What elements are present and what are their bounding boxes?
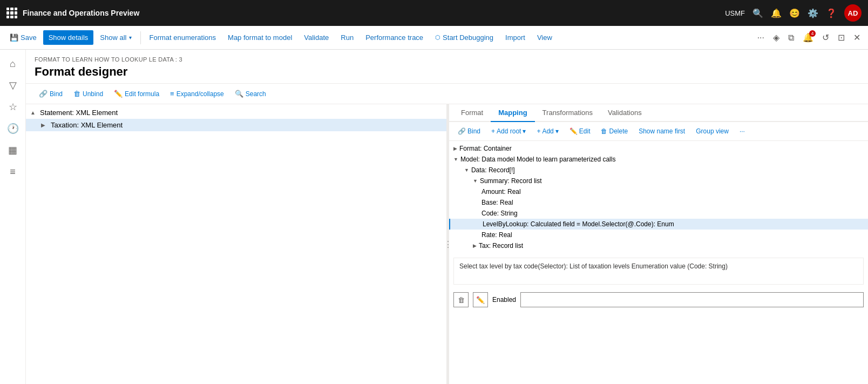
avatar[interactable]: AD xyxy=(844,4,862,22)
enabled-row: 🗑 ✏️ Enabled xyxy=(449,289,868,311)
show-name-first-button[interactable]: Show name first xyxy=(634,125,689,137)
tree-tax[interactable]: ▶ Tax: Record list xyxy=(449,240,868,251)
undock-button[interactable]: ⊡ xyxy=(835,29,848,46)
mapping-bind-button[interactable]: 🔗 Bind xyxy=(453,125,485,137)
start-debugging-button[interactable]: ⬡ Start Debugging xyxy=(430,30,499,45)
show-all-button[interactable]: Show all ▾ xyxy=(94,30,137,45)
tree-item-statement[interactable]: ▲ Statement: XML Element xyxy=(26,106,446,119)
data-tree: ▶ Format: Container ▼ Model: Data model … xyxy=(449,141,868,253)
save-icon: 💾 xyxy=(10,33,18,42)
refresh-button[interactable]: ↺ xyxy=(819,29,832,46)
show-details-button[interactable]: Show details xyxy=(43,30,94,45)
edit-icon: ✏️ xyxy=(569,127,578,135)
tab-mapping[interactable]: Mapping xyxy=(491,104,534,122)
tab-validations[interactable]: Validations xyxy=(600,104,649,122)
delete-button[interactable]: 🗑 Delete xyxy=(596,125,632,137)
add-button[interactable]: + Add ▾ xyxy=(532,125,562,137)
bind-button[interactable]: 🔗 Bind xyxy=(35,87,67,100)
ellipsis-button[interactable]: ··· xyxy=(754,30,768,46)
right-pane: Format Mapping Transformations Validatio… xyxy=(449,104,868,384)
link-icon: 🔗 xyxy=(458,127,466,135)
trash-icon: 🗑 xyxy=(601,127,607,135)
chevron-down-icon: ▾ xyxy=(129,35,132,41)
edit-formula-button[interactable]: ✏️ Edit formula xyxy=(110,87,164,100)
split-pane: ▲ Statement: XML Element ▶ Taxation: XML… xyxy=(26,104,868,384)
settings-icon[interactable]: ⚙️ xyxy=(808,8,818,18)
chevron-icon: ▾ xyxy=(523,127,526,135)
search-button[interactable]: 🔍 Search xyxy=(230,87,270,100)
top-bar: Finance and Operations Preview USMF 🔍 🔔 … xyxy=(0,0,868,26)
list-icon[interactable]: ≡ xyxy=(3,162,23,181)
plus-icon: + xyxy=(491,127,495,135)
edit-button[interactable]: ✏️ Edit xyxy=(565,125,595,137)
tree-level-by-lookup[interactable]: LevelByLookup: Calculated field = Model.… xyxy=(449,219,868,230)
home-icon[interactable]: ⌂ xyxy=(3,54,23,73)
badge-button[interactable]: 🔔4 xyxy=(799,29,817,46)
collapse-icon: ▲ xyxy=(30,110,38,116)
map-format-to-model-button[interactable]: Map format to model xyxy=(222,30,297,45)
mapping-toolbar: 🔗 Bind + Add root ▾ + Add ▾ ✏️ xyxy=(449,122,868,141)
page-header: FORMAT TO LEARN HOW TO LOOKUP LE DATA : … xyxy=(26,50,868,84)
tree-data-record[interactable]: ▼ Data: Record[!] xyxy=(449,165,868,176)
tab-transformations[interactable]: Transformations xyxy=(535,104,600,122)
format-enumerations-button[interactable]: Format enumerations xyxy=(144,30,222,45)
more-button[interactable]: ··· xyxy=(735,125,749,137)
enabled-input[interactable] xyxy=(520,292,864,307)
top-bar-right: USMF 🔍 🔔 😊 ⚙️ ❓ AD xyxy=(725,4,862,22)
tree-base[interactable]: Base: Real xyxy=(449,197,868,208)
expand-icon: ▶ xyxy=(41,122,49,128)
sidebar-nav: ⌂ ▽ ☆ 🕐 ▦ ≡ xyxy=(0,50,26,384)
tree-rate[interactable]: Rate: Real xyxy=(449,230,868,240)
main-content: ⌂ ▽ ☆ 🕐 ▦ ≡ FORMAT TO LEARN HOW TO LOOKU… xyxy=(0,50,868,384)
diamond-icon-button[interactable]: ◈ xyxy=(770,29,783,46)
toolbar: 💾 Save Show details Show all ▾ Format en… xyxy=(0,26,868,50)
tree-model[interactable]: ▼ Model: Data model Model to learn param… xyxy=(449,154,868,165)
view-button[interactable]: View xyxy=(532,30,558,45)
tree-summary[interactable]: ▼ Summary: Record list xyxy=(449,176,868,186)
tab-format[interactable]: Format xyxy=(453,104,491,122)
clock-icon[interactable]: 🕐 xyxy=(3,119,23,138)
search-icon: 🔍 xyxy=(235,90,243,98)
tree-format-container[interactable]: ▶ Format: Container xyxy=(449,143,868,154)
edit-enabled-button[interactable]: ✏️ xyxy=(473,292,488,307)
calendar-icon[interactable]: ▦ xyxy=(3,140,23,160)
expand-collapse-button[interactable]: ≡ Expand/collapse xyxy=(166,87,228,100)
tree-code[interactable]: Code: String xyxy=(449,208,868,219)
trash-icon: 🗑 xyxy=(73,90,80,98)
action-bar: 🔗 Bind 🗑 Unbind ✏️ Edit formula ≡ Expand… xyxy=(26,84,868,104)
app-title: Finance and Operations Preview xyxy=(23,9,720,17)
emoji-icon[interactable]: 😊 xyxy=(789,8,800,18)
validate-button[interactable]: Validate xyxy=(299,30,334,45)
notification-icon[interactable]: 🔔 xyxy=(771,8,782,18)
toolbar-right: ··· ◈ ⧉ 🔔4 ↺ ⊡ ✕ xyxy=(754,29,864,46)
filter-icon[interactable]: ▽ xyxy=(3,76,23,95)
search-icon[interactable]: 🔍 xyxy=(752,8,763,18)
grid-icon[interactable] xyxy=(6,8,17,18)
description-box: Select tax level by tax code(Selector): … xyxy=(453,258,864,285)
group-view-button[interactable]: Group view xyxy=(691,125,733,137)
tree-item-taxation[interactable]: ▶ Taxation: XML Element xyxy=(26,119,446,131)
collapse-icon: ▼ xyxy=(453,157,458,162)
chevron-icon: ▾ xyxy=(555,127,559,135)
page-content: FORMAT TO LEARN HOW TO LOOKUP LE DATA : … xyxy=(26,50,868,384)
expand-icon: ▶ xyxy=(473,243,477,248)
help-icon[interactable]: ❓ xyxy=(826,8,837,18)
performance-trace-button[interactable]: Performance trace xyxy=(360,30,429,45)
import-button[interactable]: Import xyxy=(500,30,531,45)
expand-button[interactable]: ⧉ xyxy=(785,30,797,46)
delete-enabled-button[interactable]: 🗑 xyxy=(453,292,469,307)
left-pane: ▲ Statement: XML Element ▶ Taxation: XML… xyxy=(26,104,447,384)
run-button[interactable]: Run xyxy=(335,30,359,45)
usmf-label: USMF xyxy=(725,9,745,17)
collapse-icon: ▼ xyxy=(464,167,469,173)
edit-icon: ✏️ xyxy=(114,90,123,98)
separator xyxy=(140,31,141,44)
tree-amount[interactable]: Amount: Real xyxy=(449,186,868,197)
link-icon: 🔗 xyxy=(39,90,48,98)
save-button[interactable]: 💾 Save xyxy=(4,30,42,45)
unbind-button[interactable]: 🗑 Unbind xyxy=(69,87,107,100)
star-icon[interactable]: ☆ xyxy=(3,97,23,117)
add-root-button[interactable]: + Add root ▾ xyxy=(487,125,530,137)
plus-icon: + xyxy=(537,127,540,135)
close-button[interactable]: ✕ xyxy=(850,29,864,46)
